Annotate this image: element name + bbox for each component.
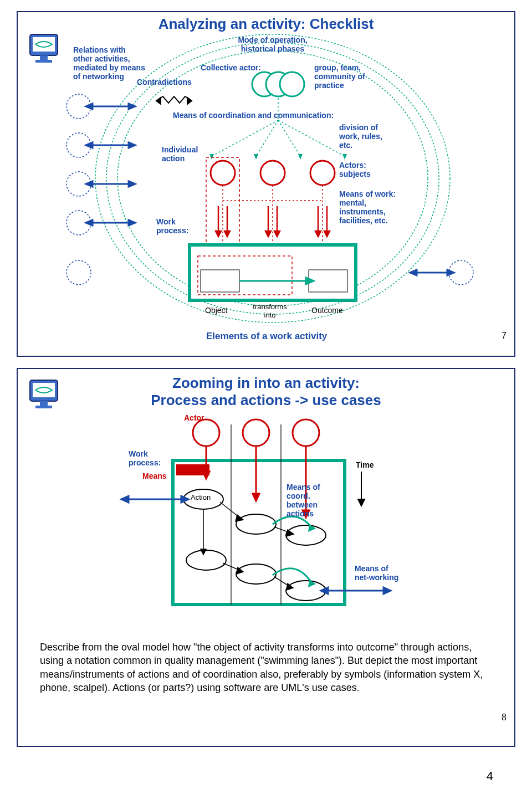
svg-marker-23 (86, 220, 93, 226)
lbl-contradictions: Contradictions (137, 78, 192, 86)
svg-marker-49 (315, 231, 321, 237)
svg-marker-17 (86, 142, 93, 148)
lbl-elements: Elements of a work activity (206, 331, 327, 342)
lbl-mode: Mode of operation, historical phases (228, 35, 317, 53)
slide1-num: 7 (502, 331, 507, 341)
lbl-outcome: Outcome (311, 306, 343, 315)
svg-point-80 (236, 514, 276, 534)
svg-marker-36 (342, 154, 347, 160)
svg-point-37 (211, 161, 235, 185)
lbl2-means: Means (142, 472, 167, 480)
slide-2: Zooming in into an activity: Process and… (17, 368, 515, 747)
lbl2-meansnet: Means of net-working (355, 564, 399, 582)
svg-marker-47 (274, 231, 280, 237)
svg-rect-2 (40, 55, 48, 60)
svg-marker-35 (298, 154, 303, 160)
lbl-meanswork: Means of work: mental, instruments, faci… (339, 189, 406, 225)
slide2-svg (18, 369, 516, 657)
svg-rect-62 (35, 406, 52, 408)
lbl2-action: Action (191, 494, 211, 502)
svg-marker-41 (216, 231, 221, 237)
svg-point-78 (236, 564, 276, 584)
svg-marker-43 (224, 231, 230, 237)
lbl-transforms: transforms into (248, 303, 292, 320)
svg-rect-61 (40, 401, 48, 406)
svg-marker-13 (129, 104, 135, 109)
lbl-division: division of work, rules, etc. (339, 123, 395, 150)
svg-point-30 (280, 72, 304, 96)
lbl-relations: Relations with other activities, mediate… (73, 45, 145, 81)
svg-point-64 (243, 419, 269, 446)
lbl-individual: Individual action (162, 145, 206, 163)
svg-point-65 (293, 419, 319, 446)
lbl2-actor: Actor (184, 413, 204, 422)
svg-marker-31 (156, 98, 161, 104)
svg-marker-20 (86, 181, 93, 187)
lbl-object: Object (205, 306, 227, 315)
svg-marker-33 (209, 154, 214, 160)
svg-marker-22 (129, 220, 135, 226)
svg-point-77 (186, 550, 226, 570)
lbl2-time: Time (356, 460, 374, 469)
slide2-num: 8 (502, 713, 507, 723)
svg-marker-51 (324, 231, 330, 237)
slide2-desc: Describe from the oval model how "the ob… (18, 641, 514, 694)
lbl-collective: Collective actor: (201, 63, 261, 72)
svg-marker-14 (86, 104, 93, 109)
svg-point-11 (66, 260, 91, 285)
lbl-actors: Actors: subjects (339, 161, 383, 178)
svg-marker-34 (254, 154, 258, 160)
lbl2-meanscoord: Means of coord. between actions (287, 483, 325, 518)
svg-marker-45 (265, 231, 271, 237)
svg-marker-27 (410, 270, 417, 275)
svg-marker-93 (383, 587, 391, 594)
svg-point-38 (260, 161, 285, 185)
svg-marker-32 (187, 98, 192, 104)
lbl-workprocess: Work process: (156, 217, 201, 235)
svg-rect-75 (176, 464, 209, 475)
lbl-group: group, team, community of practice (314, 63, 370, 90)
svg-rect-54 (201, 270, 239, 292)
svg-point-63 (193, 419, 219, 446)
svg-marker-26 (447, 270, 454, 275)
page-number: 4 (0, 769, 493, 783)
svg-marker-16 (129, 142, 135, 148)
svg-marker-19 (129, 181, 135, 187)
svg-point-39 (310, 161, 335, 185)
svg-marker-96 (358, 499, 365, 506)
svg-marker-91 (121, 496, 129, 503)
svg-rect-3 (35, 60, 52, 63)
lbl-coord: Means of coordination and communication: (173, 111, 372, 120)
lbl2-workprocess: Work process: (129, 449, 173, 467)
svg-point-81 (286, 525, 326, 545)
slide-1: Analyzing an activity: Checklist (17, 11, 515, 357)
